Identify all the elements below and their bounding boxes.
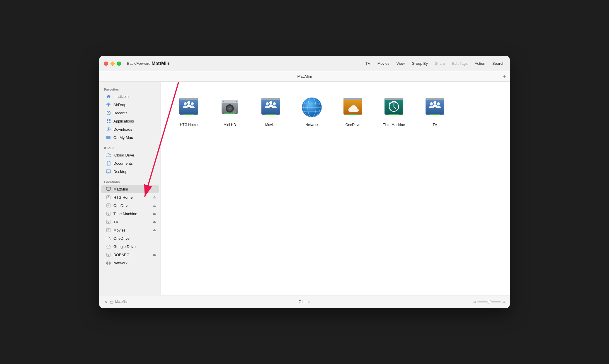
file-item-tv[interactable]: TV [416, 91, 454, 130]
sidebar-item-label: mattklein [113, 94, 129, 99]
search-button[interactable]: Search [492, 60, 505, 67]
add-tab-button[interactable]: + [503, 74, 506, 79]
sidebar-item-applications[interactable]: Applications [101, 117, 159, 125]
view-button[interactable]: View [396, 60, 405, 67]
sidebar-item-desktop[interactable]: Desktop [101, 167, 159, 176]
group-by-button[interactable]: Group By [411, 60, 428, 67]
svg-point-81 [433, 101, 436, 104]
sidebar-item-label: OneDrive [113, 236, 130, 241]
file-item-movies[interactable]: Movies [252, 91, 290, 130]
titlebar: Back/Forward MattMini TV Movies View Gro… [99, 56, 510, 71]
eject-tm-button[interactable]: ⏏ [153, 212, 156, 216]
svg-point-24 [108, 213, 109, 214]
time-machine-icon [381, 94, 407, 120]
drive-icon [106, 195, 111, 200]
sidebar-item-label: Applications [113, 119, 134, 123]
content-area: HTG Home [161, 82, 510, 295]
svg-point-44 [191, 102, 194, 105]
svg-rect-42 [183, 114, 194, 115]
house-icon [106, 94, 111, 99]
sidebar-item-google-drive[interactable]: Google Drive [101, 242, 159, 251]
doc-icon [106, 161, 111, 166]
sidebar-item-mattklein[interactable]: mattklein [101, 92, 159, 101]
zoom-slider[interactable]: ⊟ ⊞ [473, 300, 505, 303]
file-item-onedrive[interactable]: OneDrive [334, 91, 372, 130]
sidebar-item-on-my-mac[interactable]: On My Mac [101, 133, 159, 142]
sidebar-item-mattmini[interactable]: MattMini [101, 185, 159, 193]
minimize-button[interactable] [110, 62, 115, 66]
svg-rect-70 [348, 114, 358, 115]
sidebar-item-downloads[interactable]: Downloads [101, 125, 159, 133]
icloud-section-label: iCloud [99, 144, 161, 151]
sidebar-item-tv[interactable]: TV ⏏ [101, 218, 159, 226]
maximize-button[interactable] [117, 62, 121, 66]
zoom-track[interactable] [477, 301, 501, 302]
sidebar-item-htg-home[interactable]: HTG Home ⏏ [101, 193, 159, 201]
sidebar-item-documents[interactable]: Documents [101, 159, 159, 167]
main-area: Favorites mattklein [99, 82, 510, 295]
sidebar-item-network[interactable]: Network [101, 259, 159, 267]
sidebar-item-recents[interactable]: Recents [101, 109, 159, 117]
icloud-icon [106, 152, 111, 158]
sidebar: Favorites mattklein [99, 82, 161, 295]
eject-htg-button[interactable]: ⏏ [153, 195, 156, 199]
svg-point-80 [437, 102, 440, 105]
action-button[interactable]: Action [474, 60, 486, 67]
edit-tags-button[interactable]: Edit Tags [451, 60, 468, 67]
zoom-thumb[interactable] [487, 300, 491, 304]
svg-point-48 [223, 101, 224, 102]
cloud-icon-3 [106, 244, 111, 249]
file-item-network[interactable]: Network [293, 91, 331, 130]
movies-button[interactable]: Movies [377, 60, 390, 67]
svg-rect-10 [106, 170, 110, 173]
sidebar-item-label: Downloads [113, 127, 132, 132]
svg-point-49 [236, 101, 237, 102]
svg-rect-21 [107, 207, 110, 207]
sidebar-item-time-machine[interactable]: Time Machine ⏏ [101, 210, 159, 218]
svg-point-20 [108, 205, 109, 206]
mini-hd-icon [217, 94, 243, 120]
sidebar-item-bobabo[interactable]: BOBABO ⏏ [101, 251, 159, 259]
svg-point-59 [273, 102, 276, 105]
back-forward-button[interactable]: Back/Forward [126, 61, 152, 66]
svg-point-58 [266, 102, 269, 105]
close-button[interactable] [104, 62, 108, 66]
sidebar-item-airdrop[interactable]: AirDrop [101, 101, 159, 109]
eject-tv-button[interactable]: ⏏ [153, 220, 156, 224]
sidebar-item-movies[interactable]: Movies ⏏ [101, 226, 159, 234]
close-status-icon[interactable]: ✕ [104, 300, 108, 304]
htg-home-icon [176, 94, 202, 120]
tv-button[interactable]: TV [365, 60, 371, 67]
drive-icon-2 [106, 203, 111, 208]
svg-point-30 [108, 230, 109, 230]
sidebar-item-onedrive[interactable]: OneDrive ⏏ [101, 201, 159, 210]
drive-icon-4 [106, 219, 111, 224]
svg-point-43 [184, 102, 187, 105]
file-item-time-machine[interactable]: Time Machine [375, 91, 413, 130]
svg-rect-8 [109, 122, 110, 123]
svg-rect-82 [110, 301, 113, 303]
sidebar-item-label: Recents [113, 111, 127, 115]
sidebar-item-label: Google Drive [113, 244, 136, 249]
status-path: MattMini [110, 300, 127, 303]
sidebar-item-onedrive2[interactable]: OneDrive [101, 234, 159, 242]
window-title: MattMini [152, 61, 171, 66]
svg-rect-47 [222, 100, 238, 103]
svg-rect-6 [109, 119, 110, 121]
network-icon [106, 260, 111, 266]
svg-rect-77 [426, 98, 444, 100]
movies-icon [258, 94, 284, 120]
share-button[interactable]: Share [434, 60, 446, 67]
file-label: OneDrive [346, 123, 360, 127]
airdrop-icon [106, 102, 111, 107]
svg-point-45 [187, 101, 190, 104]
eject-bobabo-button[interactable]: ⏏ [153, 253, 156, 257]
eject-onedrive-button[interactable]: ⏏ [153, 203, 156, 207]
file-item-mini-hd[interactable]: Mini HD [211, 91, 249, 130]
finder-window: Back/Forward MattMini TV Movies View Gro… [99, 56, 510, 308]
file-item-htg-home[interactable]: HTG Home [170, 91, 208, 130]
sidebar-item-label: AirDrop [113, 103, 126, 107]
eject-movies-button[interactable]: ⏏ [153, 228, 156, 232]
status-center: 7 items [238, 300, 371, 304]
sidebar-item-icloud-drive[interactable]: iCloud Drive [101, 151, 159, 159]
